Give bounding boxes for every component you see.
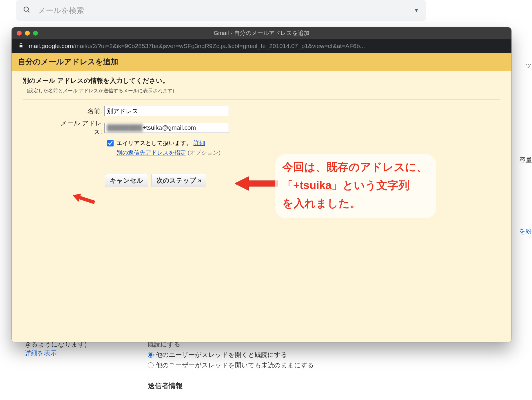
annotation-arrow-icon	[71, 191, 96, 208]
alias-label: エイリアスとして扱います。	[116, 139, 192, 147]
svg-line-1	[28, 11, 29, 12]
gmail-search-bar[interactable]: メールを検索 ▼	[16, 0, 426, 21]
cancel-button[interactable]: キャンセル	[105, 174, 148, 187]
reply-to-link[interactable]: 別の返信先アドレスを指定	[116, 149, 186, 156]
next-step-button[interactable]: 次のステップ »	[152, 174, 206, 187]
divider	[23, 99, 500, 100]
maximize-icon[interactable]	[33, 31, 38, 36]
window-title: Gmail - 自分のメールアドレスを追加	[12, 29, 511, 37]
annotation-text: 今回は、既存のアドレスに、 「+tsuika」という文字列 を入れました。	[275, 154, 436, 218]
dropdown-icon[interactable]: ▼	[414, 8, 419, 14]
lock-icon	[19, 43, 23, 49]
popup-window: Gmail - 自分のメールアドレスを追加 mail.google.com/ma…	[12, 27, 511, 342]
search-placeholder: メールを検索	[38, 5, 414, 16]
alias-checkbox-row[interactable]: エイリアスとして扱います。 詳細	[107, 139, 500, 147]
sender-info-heading: 送信者情報	[148, 381, 314, 390]
name-input[interactable]	[104, 106, 229, 116]
url-bar: mail.google.com/mail/u/2/?ui=2&ik=90b285…	[12, 39, 511, 53]
optional-note: (オプション)	[188, 149, 221, 156]
alias-checkbox[interactable]	[107, 140, 114, 146]
name-label: 名前:	[55, 107, 104, 115]
svg-marker-3	[71, 191, 96, 206]
lead-text: 別のメール アドレスの情報を入力してください。	[23, 76, 500, 85]
window-titlebar: Gmail - 自分のメールアドレスを追加	[12, 27, 511, 39]
svg-point-0	[24, 7, 28, 11]
bg-settings: きるようになります) 詳細を表示 既読にする 他のユーザーがスレッドを開くと既読…	[25, 340, 520, 357]
bg-clip: を紛	[519, 227, 532, 236]
radio[interactable]	[148, 362, 154, 368]
close-icon[interactable]	[17, 31, 22, 36]
bg-clip: ッ	[525, 61, 532, 69]
radio[interactable]	[148, 352, 154, 358]
url-path: /mail/u/2/?ui=2&ik=90b28537ba&jsver=wSFg…	[73, 43, 365, 49]
annotation-arrow-icon	[235, 175, 278, 193]
search-icon	[23, 5, 30, 15]
sublead-text: (設定した名前とメール アドレスが送信するメールに表示されます)	[27, 87, 500, 94]
url-host: mail.google.com	[29, 43, 73, 49]
read-option-2[interactable]: 他のユーザーがスレッドを開いても未読のままにする	[148, 361, 314, 370]
minimize-icon[interactable]	[25, 31, 30, 36]
bg-clip: 容量	[519, 156, 532, 164]
read-option-1[interactable]: 他のユーザーがスレッドを開くと既読にする	[148, 351, 314, 359]
dialog-header: 自分のメールアドレスを追加	[12, 53, 511, 71]
alias-details-link[interactable]: 詳細	[194, 139, 205, 147]
dialog-content: 自分のメールアドレスを追加 別のメール アドレスの情報を入力してください。 (設…	[12, 53, 511, 342]
svg-marker-2	[235, 177, 278, 190]
address-label: メール アドレス:	[55, 119, 104, 136]
address-input[interactable]: ████████+tsuika@gmail.com	[104, 123, 229, 133]
